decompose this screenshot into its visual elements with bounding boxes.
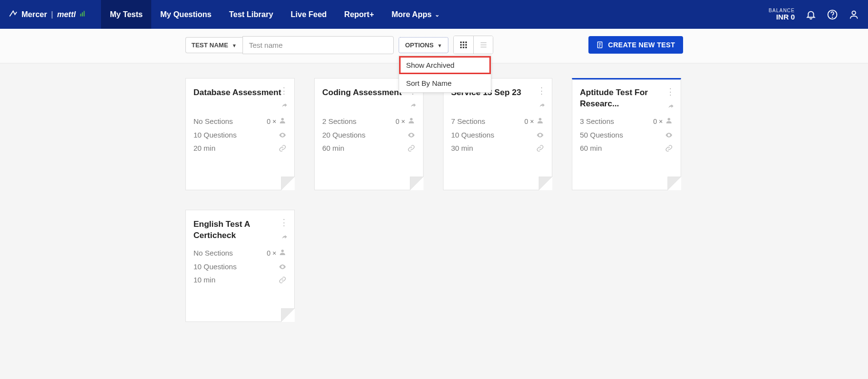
content-area: ⋮Database AssessmentNo Sections0 ×10 Que… [181, 78, 688, 322]
svg-rect-1 [82, 12, 83, 16]
card-fold-corner [281, 308, 295, 322]
sections-text: 7 Sections [451, 117, 485, 125]
card-fold-corner [539, 177, 552, 190]
nav-my-tests[interactable]: My Tests [101, 0, 151, 29]
duration-text: 60 min [580, 144, 602, 152]
test-card[interactable]: ⋮Database AssessmentNo Sections0 ×10 Que… [185, 78, 295, 190]
nav-label: Report+ [344, 10, 374, 19]
grid-view-button[interactable] [454, 36, 473, 54]
svg-point-5 [852, 11, 855, 14]
svg-rect-6 [460, 41, 462, 43]
share-icon[interactable] [667, 103, 675, 112]
user-icon [279, 117, 286, 126]
card-fold-corner [410, 177, 424, 190]
link-icon[interactable] [407, 144, 415, 152]
nav-more-apps[interactable]: More Apps ⌄ [383, 0, 448, 29]
card-fold-corner [667, 177, 681, 190]
link-icon[interactable] [536, 144, 544, 152]
nav-report-[interactable]: Report+ [336, 0, 383, 29]
sections-text: 2 Sections [323, 117, 357, 125]
test-card[interactable]: ⋮Service 13 Sep 237 Sections0 ×10 Questi… [443, 78, 552, 190]
preview-icon[interactable] [536, 131, 544, 139]
nav-links: My TestsMy QuestionsTest LibraryLive Fee… [101, 0, 448, 29]
card-menu-icon[interactable]: ⋮ [280, 218, 288, 227]
nav-test-library[interactable]: Test Library [220, 0, 282, 29]
caret-down-icon: ▼ [232, 43, 237, 48]
test-card[interactable]: ⋮Aptitude Test For Researc...3 Sections0… [572, 78, 681, 190]
svg-rect-7 [463, 41, 464, 43]
create-label: CREATE NEW TEST [608, 41, 675, 49]
create-icon [596, 41, 604, 49]
questions-text: 10 Questions [194, 262, 237, 271]
svg-rect-11 [465, 44, 467, 46]
candidate-count: 0 × [267, 249, 277, 257]
help-icon[interactable] [827, 9, 838, 20]
duration-text: 30 min [451, 144, 473, 152]
preview-icon[interactable] [279, 263, 286, 271]
test-title: Aptitude Test For Researc... [580, 87, 673, 110]
card-menu-icon[interactable]: ⋮ [666, 87, 675, 96]
options-dropdown-menu: Show ArchivedSort By Name [399, 56, 491, 93]
brand-sub: mettl [57, 10, 76, 19]
test-card[interactable]: ⋮English Test A CerticheckNo Sections0 ×… [185, 210, 295, 322]
questions-text: 50 Questions [580, 131, 623, 139]
share-icon[interactable] [409, 102, 417, 111]
svg-point-26 [281, 250, 283, 252]
svg-point-4 [832, 17, 833, 18]
sections-text: 3 Sections [580, 117, 614, 125]
user-icon [279, 248, 286, 258]
notifications-icon[interactable] [806, 9, 816, 20]
balance-value: INR 0 [768, 13, 795, 20]
svg-point-24 [539, 118, 541, 120]
options-label: OPTIONS [405, 41, 434, 49]
link-icon[interactable] [279, 276, 286, 284]
nav-label: Live Feed [291, 10, 327, 19]
candidate-count: 0 × [396, 118, 405, 125]
questions-text: 20 Questions [323, 131, 365, 139]
top-right-controls: BALANCE INR 0 [768, 8, 859, 20]
link-icon[interactable] [279, 144, 286, 152]
svg-point-22 [281, 118, 283, 120]
card-menu-icon[interactable]: ⋮ [537, 86, 546, 95]
preview-icon[interactable] [407, 131, 415, 139]
card-menu-icon[interactable]: ⋮ [280, 86, 288, 95]
test-title: English Test A Certicheck [194, 219, 286, 241]
card-fold-corner [281, 177, 295, 190]
profile-icon[interactable] [848, 9, 859, 20]
search-input[interactable] [242, 36, 394, 54]
duration-text: 60 min [323, 144, 344, 152]
balance-display: BALANCE INR 0 [768, 8, 795, 20]
options-dropdown-button[interactable]: OPTIONS ▼ [399, 37, 448, 53]
duration-text: 20 min [194, 144, 216, 152]
user-icon [407, 117, 415, 126]
list-icon [479, 40, 488, 49]
list-view-button[interactable] [473, 36, 493, 54]
filter-dropdown[interactable]: TEST NAME ▼ [185, 37, 243, 53]
brand-name: Mercer [21, 10, 47, 19]
share-icon[interactable] [281, 102, 288, 111]
tests-grid: ⋮Database AssessmentNo Sections0 ×10 Que… [185, 78, 683, 322]
duration-text: 10 min [194, 276, 216, 284]
create-new-test-button[interactable]: CREATE NEW TEST [588, 36, 683, 54]
link-icon[interactable] [665, 144, 673, 152]
test-card[interactable]: ⋮Coding Assessment2 Sections0 ×20 Questi… [314, 78, 424, 190]
brand-logo[interactable]: Mercer | mettl [9, 9, 86, 20]
preview-icon[interactable] [279, 131, 286, 139]
svg-rect-12 [460, 47, 462, 48]
svg-rect-2 [84, 11, 85, 16]
nav-my-questions[interactable]: My Questions [151, 0, 220, 29]
options-item-sort-by-name[interactable]: Sort By Name [399, 74, 491, 92]
options-item-show-archived[interactable]: Show Archived [399, 56, 491, 74]
nav-label: My Questions [160, 10, 211, 19]
svg-rect-0 [81, 14, 81, 17]
grid-icon [459, 40, 468, 49]
share-icon[interactable] [281, 234, 288, 242]
preview-icon[interactable] [665, 131, 673, 139]
sections-text: No Sections [194, 117, 233, 125]
nav-live-feed[interactable]: Live Feed [282, 0, 336, 29]
mettl-logo-icon [80, 10, 86, 19]
balance-label: BALANCE [768, 8, 795, 13]
filter-label: TEST NAME [192, 41, 228, 49]
share-icon[interactable] [538, 102, 546, 111]
nav-label: More Apps [392, 10, 432, 19]
